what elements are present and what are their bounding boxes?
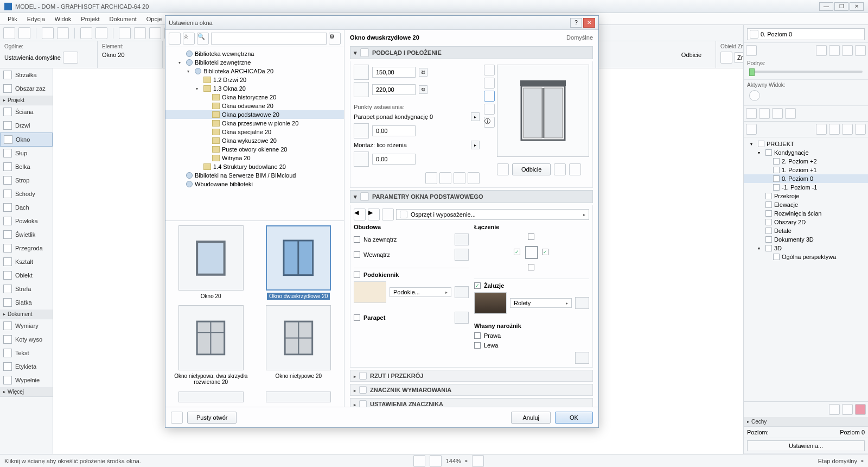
ogolne-dropdown-icon[interactable] (63, 52, 78, 64)
tool-door[interactable]: Drzwi (0, 119, 53, 132)
window-minimize-button[interactable]: — (819, 2, 833, 11)
nav-tab3-icon[interactable] (829, 124, 840, 135)
thumbnail-item[interactable]: Okno nietypowe 20 (258, 305, 340, 386)
tool-marquee[interactable]: Obszar zaz (0, 82, 53, 96)
nav-btn1-icon[interactable] (746, 45, 757, 56)
cancel-button[interactable]: Anuluj (511, 412, 551, 424)
wewn-checkbox[interactable] (354, 251, 360, 258)
nav-btn2-icon[interactable] (816, 45, 827, 56)
nav-btn3-icon[interactable] (829, 45, 840, 56)
nav-tree-item[interactable]: 2. Poziom +2 (744, 157, 868, 166)
thumbnail-item[interactable]: Okno dwuskrzydłowe 20 (258, 225, 340, 300)
tool-brush-icon[interactable] (95, 27, 107, 39)
tool-dim[interactable]: Wymiary (0, 319, 53, 333)
lib-search-icon[interactable]: 🔍 (197, 33, 209, 45)
library-tree[interactable]: Biblioteka wewnętrzna▾Biblioteki zewnętr… (165, 47, 344, 221)
library-tree-item[interactable]: Okna historyczne 20 (165, 93, 344, 102)
mount-input[interactable] (372, 154, 416, 165)
zaluzje-settings-icon[interactable] (575, 297, 589, 309)
nav2-a-icon[interactable] (746, 108, 757, 119)
nazew-settings-icon[interactable] (455, 234, 469, 245)
library-tree-item[interactable]: ▾Biblioteki zewnętrzne (165, 58, 344, 67)
view-info-icon[interactable]: ⓘ (484, 117, 495, 128)
circle-icon[interactable] (749, 90, 760, 101)
tool-grid-icon[interactable] (119, 27, 131, 39)
tool-zone[interactable]: Strefa (0, 282, 53, 296)
anchor3-icon[interactable] (454, 172, 465, 184)
nav-tree-item[interactable]: Obszary 2D (744, 218, 868, 226)
zoom-in-icon[interactable] (430, 455, 442, 467)
tool-mesh[interactable]: Siatka (0, 296, 53, 310)
join-right-checkbox[interactable] (542, 249, 548, 255)
nav-action1-icon[interactable] (829, 404, 840, 415)
wewn-settings-icon[interactable] (455, 249, 469, 261)
nav-tree-item[interactable]: Detale (744, 226, 868, 235)
params-panel-header[interactable]: ▾PARAMETRY OKNA PODSTAWOWEGO (350, 190, 593, 203)
tool-label[interactable]: Etykieta (0, 360, 53, 374)
zaluzje-dropdown[interactable]: Rolety▸ (510, 298, 572, 308)
tool-level[interactable]: Koty wyso (0, 333, 53, 346)
ok-button[interactable]: OK (555, 412, 593, 424)
tool-morph[interactable]: Kształt (0, 255, 53, 269)
view-section-icon[interactable] (484, 104, 495, 115)
tool-object[interactable]: Obiekt (0, 269, 53, 282)
nazew-checkbox[interactable] (354, 236, 360, 243)
window-maximize-button[interactable]: ❐ (834, 2, 848, 11)
menu-projekt[interactable]: Projekt (76, 15, 104, 23)
nav-action2-icon[interactable] (842, 404, 853, 415)
parapet-arrow-icon[interactable]: ▸ (471, 112, 480, 121)
menu-edycja[interactable]: Edycja (23, 15, 49, 23)
menu-plik[interactable]: Plik (3, 15, 22, 23)
etap-label[interactable]: Etap domyślny (818, 458, 857, 464)
tool-text[interactable]: Tekst (0, 346, 53, 360)
rzut-section-header[interactable]: RZUT I PRZEKRÓJ (350, 370, 593, 382)
nav-tab4-icon[interactable] (842, 124, 853, 135)
lib-settings-icon[interactable]: ⚙ (329, 33, 341, 45)
menu-dokument[interactable]: Dokument (105, 15, 141, 23)
height-lock-icon[interactable]: ⛓ (419, 85, 427, 94)
cechy-header[interactable]: Cechy (744, 417, 868, 427)
tool-new-icon[interactable] (3, 27, 15, 39)
nav-delete-icon[interactable] (855, 404, 866, 415)
nav2-c-icon[interactable] (772, 108, 783, 119)
podo-checkbox[interactable] (354, 272, 360, 278)
nav-tree-item[interactable]: Przekroje (744, 192, 868, 200)
parapet-input[interactable] (372, 125, 416, 136)
anchor4-icon[interactable] (468, 172, 480, 184)
tool-redo-icon[interactable] (57, 27, 69, 39)
library-tree-item[interactable]: Biblioteka wewnętrzna (165, 49, 344, 58)
dialog-help-button[interactable]: ? (570, 18, 582, 28)
section-more[interactable]: Więcej (0, 387, 53, 397)
prawa-checkbox[interactable] (474, 332, 481, 339)
anchor2-icon[interactable] (439, 172, 451, 184)
mirror1-icon[interactable] (554, 163, 566, 175)
zaluzje-checkbox[interactable] (474, 282, 481, 289)
view-3d-icon[interactable] (484, 65, 495, 75)
section-projekt[interactable]: Projekt (0, 96, 53, 105)
tool-beam[interactable]: Belka (0, 160, 53, 174)
nav-tree-item[interactable]: 1. Poziom +1 (744, 166, 868, 174)
library-search-input[interactable] (211, 33, 327, 45)
thumbnail-item[interactable] (170, 392, 252, 402)
library-thumbnails[interactable]: Okno 20Okno dwuskrzydłowe 20Okno nietypo… (165, 221, 344, 407)
nav2-b-icon[interactable] (759, 108, 770, 119)
tool-snap-icon[interactable] (134, 27, 146, 39)
library-tree-item[interactable]: Okna wykuszowe 20 (165, 136, 344, 145)
tool-pen-icon[interactable] (80, 27, 92, 39)
tool-stair[interactable]: Schody (0, 187, 53, 201)
tool-wall[interactable]: Ściana (0, 105, 53, 119)
section-dokument[interactable]: Dokument (0, 310, 53, 319)
view-plan-icon[interactable] (484, 78, 495, 89)
zoom-out-icon[interactable] (413, 455, 425, 467)
library-tree-item[interactable]: 1.2 Drzwi 20 (165, 75, 344, 84)
tool-curtain[interactable]: Przegroda (0, 242, 53, 255)
nav-tab1-icon[interactable] (746, 124, 757, 135)
podo-settings-icon[interactable] (455, 286, 469, 298)
tool-arrow[interactable]: Strzałka (0, 68, 53, 82)
znacznik-icon[interactable] (720, 52, 732, 64)
navigator-tree[interactable]: ▾PROJEKT▾Kondygnacje2. Poziom +21. Pozio… (744, 137, 868, 401)
nav-tab2-icon[interactable] (816, 124, 827, 135)
param-next-icon[interactable]: ▶ (368, 209, 380, 220)
library-tree-item[interactable]: Okna odsuwane 20 (165, 102, 344, 110)
nav-tree-item[interactable]: ▾PROJEKT (744, 140, 868, 148)
